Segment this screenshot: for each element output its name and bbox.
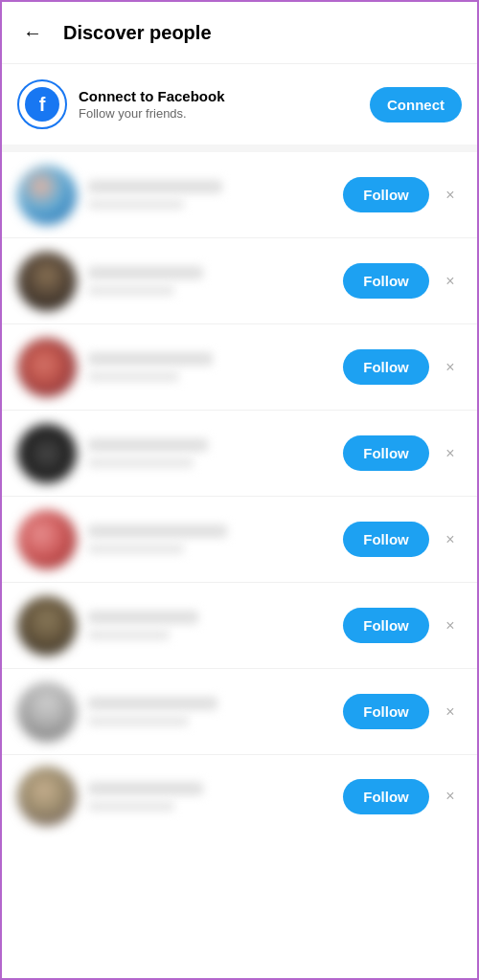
- person-name: [88, 697, 217, 710]
- person-name: [88, 438, 208, 452]
- person-handle: [88, 457, 194, 468]
- person-handle: [88, 716, 189, 726]
- person-info: [88, 266, 343, 296]
- follow-button[interactable]: Follow: [343, 694, 429, 729]
- person-info: [88, 782, 343, 812]
- dismiss-button[interactable]: ×: [439, 356, 462, 379]
- facebook-connect-banner: f Connect to Facebook Follow your friend…: [2, 64, 477, 152]
- person-actions: Follow ×: [343, 522, 462, 557]
- follow-button[interactable]: Follow: [343, 263, 429, 299]
- facebook-banner-subtitle: Follow your friends.: [79, 106, 370, 121]
- person-row: Follow ×: [2, 755, 477, 837]
- person-actions: Follow ×: [343, 779, 462, 814]
- person-row: Follow ×: [2, 411, 477, 497]
- person-name: [88, 180, 222, 193]
- follow-button[interactable]: Follow: [343, 522, 429, 557]
- person-info: [88, 180, 343, 210]
- avatar: [17, 596, 77, 656]
- avatar: [17, 252, 77, 311]
- person-info: [88, 611, 343, 640]
- person-row: Follow ×: [2, 497, 477, 583]
- person-row: Follow ×: [2, 238, 477, 324]
- person-row: Follow ×: [2, 583, 477, 669]
- person-handle: [88, 285, 174, 296]
- dismiss-button[interactable]: ×: [439, 442, 462, 465]
- facebook-icon-wrapper: f: [17, 79, 67, 129]
- person-handle: [88, 801, 174, 812]
- facebook-banner-text: Connect to Facebook Follow your friends.: [79, 88, 370, 121]
- dismiss-button[interactable]: ×: [439, 785, 462, 808]
- person-actions: Follow ×: [343, 263, 462, 299]
- avatar: [17, 682, 77, 742]
- person-handle: [88, 544, 184, 554]
- person-row: Follow ×: [2, 324, 477, 411]
- person-name: [88, 352, 213, 366]
- person-name: [88, 266, 203, 279]
- person-row: Follow ×: [2, 152, 477, 238]
- follow-button[interactable]: Follow: [343, 435, 429, 471]
- dismiss-button[interactable]: ×: [439, 701, 462, 724]
- person-info: [88, 524, 343, 554]
- header: ← Discover people: [2, 2, 477, 64]
- person-info: [88, 352, 343, 382]
- person-handle: [88, 371, 179, 382]
- page-title: Discover people: [63, 22, 212, 44]
- person-name: [88, 611, 198, 624]
- back-arrow-icon: ←: [23, 22, 42, 44]
- follow-button[interactable]: Follow: [343, 779, 429, 814]
- follow-button[interactable]: Follow: [343, 349, 429, 385]
- person-name: [88, 782, 203, 795]
- dismiss-button[interactable]: ×: [439, 270, 462, 293]
- person-handle: [88, 630, 170, 640]
- facebook-banner-title: Connect to Facebook: [79, 88, 370, 104]
- person-name: [88, 524, 227, 538]
- dismiss-button[interactable]: ×: [439, 184, 462, 207]
- person-row: Follow ×: [2, 669, 477, 755]
- people-list: Follow × Follow × Follow ×: [2, 152, 477, 837]
- person-actions: Follow ×: [343, 349, 462, 385]
- dismiss-button[interactable]: ×: [439, 614, 462, 637]
- person-actions: Follow ×: [343, 608, 462, 643]
- person-actions: Follow ×: [343, 177, 462, 212]
- person-handle: [88, 199, 184, 210]
- avatar: [17, 338, 77, 397]
- back-button[interactable]: ←: [17, 17, 48, 48]
- follow-button[interactable]: Follow: [343, 608, 429, 643]
- person-info: [88, 697, 343, 726]
- person-actions: Follow ×: [343, 694, 462, 729]
- avatar: [17, 166, 77, 225]
- person-info: [88, 438, 343, 468]
- avatar: [17, 767, 77, 826]
- dismiss-button[interactable]: ×: [439, 528, 462, 551]
- connect-facebook-button[interactable]: Connect: [370, 87, 462, 122]
- follow-button[interactable]: Follow: [343, 177, 429, 212]
- avatar: [17, 510, 77, 569]
- person-actions: Follow ×: [343, 435, 462, 471]
- avatar: [17, 424, 77, 483]
- facebook-icon: f: [25, 87, 59, 122]
